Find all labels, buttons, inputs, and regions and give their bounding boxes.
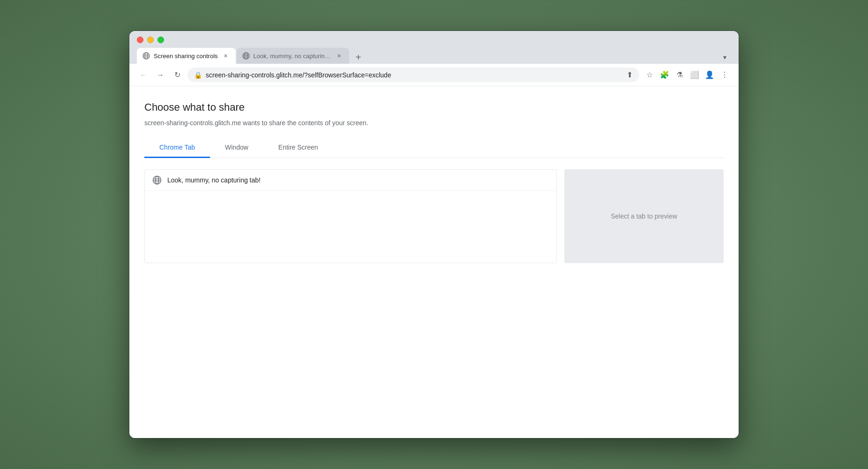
inactive-tab-title: Look, mummy, no capturing ta xyxy=(254,53,331,60)
preview-placeholder: Select a tab to preview xyxy=(611,212,677,220)
preview-panel: Select a tab to preview xyxy=(564,169,724,263)
traffic-lights xyxy=(137,37,731,43)
lock-icon: 🔒 xyxy=(194,71,202,79)
tab-list-item[interactable]: Look, mummy, no capturing tab! xyxy=(145,170,556,191)
tab-chrome-tab[interactable]: Chrome Tab xyxy=(144,138,210,158)
share-content: Look, mummy, no capturing tab! Select a … xyxy=(144,169,724,263)
menu-button[interactable]: ⋮ xyxy=(718,68,731,82)
globe-icon-2 xyxy=(242,52,250,60)
forward-button[interactable]: → xyxy=(154,68,167,82)
dialog-subtitle: screen-sharing-controls.glitch.me wants … xyxy=(144,119,724,127)
globe-icon xyxy=(142,52,150,60)
tab-bar: Screen sharing controls × Look, mummy, n… xyxy=(137,48,731,64)
dialog-title: Choose what to share xyxy=(144,101,724,113)
star-button[interactable]: ☆ xyxy=(643,68,656,82)
tab-entire-screen[interactable]: Entire Screen xyxy=(263,138,333,158)
toolbar: ← → ↻ 🔒 screen-sharing-controls.glitch.m… xyxy=(129,64,739,86)
minimize-button[interactable] xyxy=(147,37,154,43)
address-bar[interactable]: 🔒 screen-sharing-controls.glitch.me/?sel… xyxy=(187,68,639,82)
extensions-button[interactable]: 🧩 xyxy=(658,68,671,82)
active-tab-close[interactable]: × xyxy=(222,52,230,60)
browser-window: Screen sharing controls × Look, mummy, n… xyxy=(129,31,739,438)
flask-button[interactable]: ⚗ xyxy=(673,68,686,82)
preview-box: Select a tab to preview xyxy=(564,169,724,263)
share-tabs: Chrome Tab Window Entire Screen xyxy=(144,138,724,158)
active-tab-title: Screen sharing controls xyxy=(154,53,218,60)
maximize-button[interactable] xyxy=(157,37,164,43)
reload-button[interactable]: ↻ xyxy=(171,68,184,82)
title-bar: Screen sharing controls × Look, mummy, n… xyxy=(129,31,739,64)
tab-item-title: Look, mummy, no capturing tab! xyxy=(167,176,261,184)
address-text: screen-sharing-controls.glitch.me/?selfB… xyxy=(206,71,623,79)
close-button[interactable] xyxy=(137,37,143,43)
profile-button[interactable]: 👤 xyxy=(703,68,716,82)
tab-dropdown-button[interactable]: ▾ xyxy=(718,51,731,64)
inactive-tab-close[interactable]: × xyxy=(335,52,344,60)
share-icon[interactable]: ⬆ xyxy=(627,70,633,79)
new-tab-button[interactable]: + xyxy=(352,51,365,64)
sidebar-button[interactable]: ⬜ xyxy=(688,68,701,82)
browser-tab-active[interactable]: Screen sharing controls × xyxy=(137,48,236,64)
tab-list: Look, mummy, no capturing tab! xyxy=(144,169,557,263)
screen-share-dialog: Choose what to share screen-sharing-cont… xyxy=(129,86,739,438)
toolbar-icons: ☆ 🧩 ⚗ ⬜ 👤 ⋮ xyxy=(643,68,731,82)
tab-item-globe-icon xyxy=(152,175,162,185)
back-button[interactable]: ← xyxy=(137,68,150,82)
browser-tab-inactive[interactable]: Look, mummy, no capturing ta × xyxy=(237,48,349,64)
tab-window[interactable]: Window xyxy=(210,138,263,158)
browser-content: Choose what to share screen-sharing-cont… xyxy=(129,86,739,438)
